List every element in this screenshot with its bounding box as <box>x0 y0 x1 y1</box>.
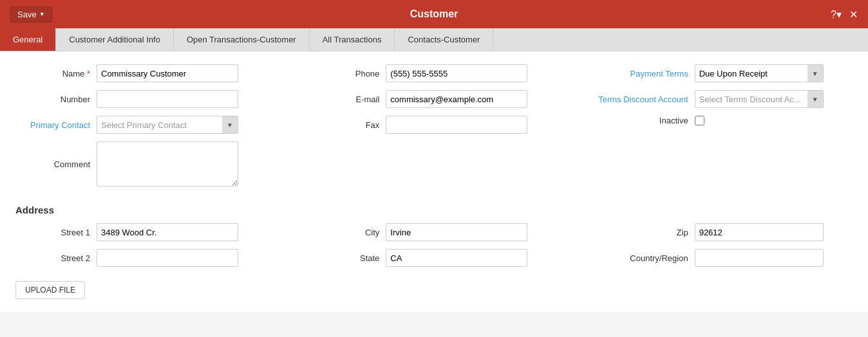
state-label: State <box>302 253 386 263</box>
fax-row: Fax <box>302 116 565 134</box>
address-col-left: Street 1 Street 2 <box>13 223 276 275</box>
phone-label: Phone <box>302 69 386 78</box>
form-col-mid: Phone E-mail Fax <box>276 64 565 194</box>
tab-general[interactable]: General <box>0 28 56 51</box>
name-input[interactable] <box>97 64 238 82</box>
tab-contacts-customer[interactable]: Contacts-Customer <box>395 28 493 51</box>
primary-contact-row: Primary Contact Select Primary Contact ▼ <box>13 116 276 134</box>
primary-contact-dropdown-arrow[interactable]: ▼ <box>222 116 238 133</box>
street2-label: Street 2 <box>13 253 97 263</box>
address-form: Street 1 Street 2 City State Zip <box>13 223 855 275</box>
save-label: Save <box>17 10 37 19</box>
fax-label: Fax <box>302 120 386 130</box>
state-row: State <box>302 249 565 267</box>
tab-bar: General Customer Additional Info Open Tr… <box>0 28 868 51</box>
form-col-right: Payment Terms Due Upon Receipt ▼ Terms D… <box>566 64 855 194</box>
form-col-left: Name * Number Primary Contact Select Pri… <box>13 64 276 194</box>
terms-discount-dropdown-arrow[interactable]: ▼ <box>807 91 823 107</box>
comment-row: Comment <box>13 141 276 187</box>
terms-discount-select[interactable]: Select Terms Discount Ac... <box>695 91 807 107</box>
tab-open-transactions-customer[interactable]: Open Transactions-Customer <box>174 28 310 51</box>
email-label: E-mail <box>302 95 386 104</box>
street2-input[interactable] <box>97 249 238 267</box>
comment-input[interactable] <box>97 141 238 187</box>
terms-discount-label: Terms Discount Account <box>592 95 695 104</box>
street1-input[interactable] <box>97 223 238 241</box>
primary-contact-label[interactable]: Primary Contact <box>13 120 97 130</box>
inactive-checkbox[interactable] <box>695 116 704 125</box>
country-label: Country/Region <box>592 253 695 263</box>
page-title: Customer <box>410 8 458 20</box>
payment-terms-label[interactable]: Payment Terms <box>592 69 695 78</box>
name-row: Name * <box>13 64 276 82</box>
street2-row: Street 2 <box>13 249 276 267</box>
terms-discount-select-wrapper: Select Terms Discount Ac... ▼ <box>695 90 824 108</box>
country-row: Country/Region <box>592 249 855 267</box>
form-section-top: Name * Number Primary Contact Select Pri… <box>13 64 855 194</box>
main-content: Name * Number Primary Contact Select Pri… <box>0 51 868 312</box>
payment-terms-select[interactable]: Due Upon Receipt <box>695 65 807 82</box>
close-icon[interactable]: ✕ <box>849 8 858 21</box>
zip-input[interactable] <box>695 223 824 241</box>
fax-input[interactable] <box>386 116 527 134</box>
payment-terms-dropdown-arrow[interactable]: ▼ <box>807 65 823 82</box>
save-caret-icon: ▼ <box>39 11 45 17</box>
address-section-title: Address <box>13 205 855 215</box>
country-input[interactable] <box>695 249 824 267</box>
comment-label: Comment <box>13 159 97 169</box>
address-col-mid: City State <box>276 223 565 275</box>
inactive-label: Inactive <box>592 116 695 125</box>
number-row: Number <box>13 90 276 108</box>
header: Save ▼ Customer ?▾ ✕ <box>0 0 868 28</box>
phone-input[interactable] <box>386 64 527 82</box>
primary-contact-select[interactable]: Select Primary Contact <box>97 116 222 133</box>
state-input[interactable] <box>386 249 527 267</box>
zip-row: Zip <box>592 223 855 241</box>
street1-row: Street 1 <box>13 223 276 241</box>
name-label: Name * <box>13 69 97 78</box>
header-left: Save ▼ <box>10 6 52 23</box>
email-row: E-mail <box>302 90 565 108</box>
city-row: City <box>302 223 565 241</box>
payment-terms-select-wrapper: Due Upon Receipt ▼ <box>695 64 824 82</box>
address-col-right: Zip Country/Region <box>566 223 855 275</box>
zip-label: Zip <box>592 228 695 237</box>
number-input[interactable] <box>97 90 238 108</box>
name-required: * <box>87 69 90 78</box>
inactive-row: Inactive <box>592 116 855 125</box>
phone-row: Phone <box>302 64 565 82</box>
number-label: Number <box>13 95 97 104</box>
help-icon[interactable]: ?▾ <box>831 8 842 21</box>
header-right: ?▾ ✕ <box>831 8 858 21</box>
upload-file-button[interactable]: UPLOAD FILE <box>15 281 85 299</box>
street1-label: Street 1 <box>13 228 97 237</box>
tab-customer-additional-info[interactable]: Customer Additional Info <box>56 28 174 51</box>
payment-terms-row: Payment Terms Due Upon Receipt ▼ <box>592 64 855 82</box>
tab-all-transactions[interactable]: All Transactions <box>310 28 395 51</box>
primary-contact-select-wrapper: Select Primary Contact ▼ <box>97 116 238 134</box>
city-input[interactable] <box>386 223 527 241</box>
city-label: City <box>302 228 386 237</box>
save-button[interactable]: Save ▼ <box>10 6 52 23</box>
email-input[interactable] <box>386 90 527 108</box>
terms-discount-row: Terms Discount Account Select Terms Disc… <box>592 90 855 108</box>
